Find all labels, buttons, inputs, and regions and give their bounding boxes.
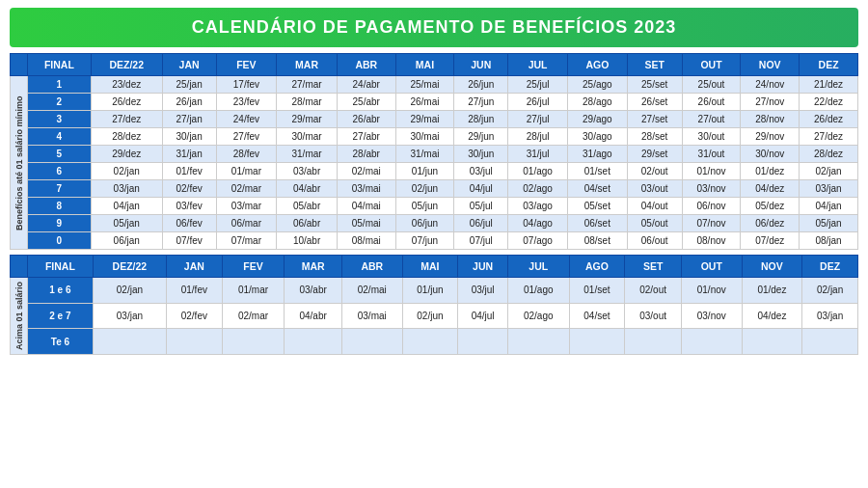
final-value: 8 [28, 198, 92, 215]
cell-dez22: 04/jan [91, 198, 162, 215]
cell-nov: 07/dez [741, 232, 800, 250]
cell-dez [802, 329, 858, 355]
cell-abr: 08/mai [337, 232, 395, 250]
cell-abr: 28/abr [337, 146, 395, 163]
cell-out: 06/nov [682, 198, 741, 215]
cell-fev: 02/mar [222, 303, 285, 329]
cell-jun: 26/jun [454, 76, 508, 94]
cell-mai: 26/mai [395, 94, 454, 111]
cell-jan: 02/fev [162, 180, 216, 198]
cell-dez: 26/dez [800, 111, 858, 128]
cell-nov: 04/dez [741, 180, 800, 198]
cell-out [681, 329, 742, 355]
cell-nov: 05/dez [741, 198, 800, 215]
cell-out: 30/out [682, 128, 741, 146]
cell-fev: 28/fev [216, 146, 277, 163]
cell-jan: 31/jan [162, 146, 216, 163]
cell-nov: 29/nov [741, 128, 800, 146]
cell-dez: 05/jan [800, 215, 858, 232]
cell-abr: 02/mai [337, 163, 395, 180]
s2-col-header-abr: ABR [341, 256, 402, 278]
table-row: 006/jan07/fev07/mar10/abr08/mai07/jun07/… [11, 232, 858, 250]
cell-mai: 06/jun [395, 215, 454, 232]
s2-col-header-fev: FEV [222, 256, 285, 278]
cell-ago: 04/set [567, 180, 627, 198]
cell-dez22: 05/jan [91, 215, 162, 232]
cell-dez: 21/dez [800, 76, 858, 94]
table-row: Te 6 [11, 329, 858, 355]
cell-abr: 24/abr [337, 76, 395, 94]
cell-mar: 03/abr [277, 163, 338, 180]
cell-jul: 28/jul [508, 128, 568, 146]
cell-jul: 04/ago [508, 215, 568, 232]
cell-dez22 [93, 329, 166, 355]
col-header-jan: JAN [162, 54, 216, 76]
table-row: 529/dez31/jan28/fev31/mar28/abr31/mai30/… [11, 146, 858, 163]
cell-set: 29/set [627, 146, 682, 163]
cell-mai: 02/jun [395, 180, 454, 198]
cell-mar: 31/mar [277, 146, 338, 163]
section2-label: Acima 01 salário [11, 278, 28, 355]
col-header-jun: JUN [454, 54, 508, 76]
s2-col-header-mai: MAI [402, 256, 458, 278]
page-title: CALENDÁRIO DE PAGAMENTO DE BENEFÍCIOS 20… [10, 17, 858, 38]
cell-mar: 30/mar [277, 128, 338, 146]
cell-jan: 01/fev [167, 278, 223, 304]
cell-nov: 30/nov [741, 146, 800, 163]
final-value: 7 [28, 180, 92, 198]
cell-jan: 26/jan [162, 94, 216, 111]
col-header-ago: AGO [567, 54, 627, 76]
cell-fev [222, 329, 285, 355]
cell-fev: 01/mar [216, 163, 277, 180]
cell-jun: 07/jul [454, 232, 508, 250]
cell-set: 06/out [627, 232, 682, 250]
cell-nov: 28/nov [741, 111, 800, 128]
cell-ago: 30/ago [567, 128, 627, 146]
cell-nov: 06/dez [741, 215, 800, 232]
cell-jun: 04/jul [458, 303, 508, 329]
cell-mar: 10/abr [277, 232, 338, 250]
s2-col-header-dez22: DEZ/22 [93, 256, 166, 278]
s2-col-header-jul: JUL [507, 256, 569, 278]
cell-ago: 05/set [567, 198, 627, 215]
cell-fev: 06/mar [216, 215, 277, 232]
cell-out: 31/out [682, 146, 741, 163]
cell-mai: 01/jun [402, 278, 458, 304]
cell-set: 02/out [627, 163, 682, 180]
cell-dez22: 02/jan [93, 278, 166, 304]
final-value: 4 [28, 128, 92, 146]
cell-jan: 27/jan [162, 111, 216, 128]
col-header-fev: FEV [216, 54, 277, 76]
cell-ago: 29/ago [567, 111, 627, 128]
cell-out: 01/nov [682, 163, 741, 180]
cell-jun: 27/jun [454, 94, 508, 111]
cell-jul: 02/ago [508, 180, 568, 198]
cell-dez22: 06/jan [91, 232, 162, 250]
cell-nov: 24/nov [741, 76, 800, 94]
cell-jun [458, 329, 508, 355]
cell-dez22: 23/dez [91, 76, 162, 94]
cell-dez: 27/dez [800, 128, 858, 146]
cell-jan: 30/jan [162, 128, 216, 146]
cell-fev: 24/fev [216, 111, 277, 128]
cell-jun: 03/jul [458, 278, 508, 304]
col-header-abr: ABR [337, 54, 395, 76]
s2-col-header-set: SET [625, 256, 682, 278]
cell-jul: 01/ago [507, 278, 569, 304]
cell-ago: 08/set [567, 232, 627, 250]
cell-jul: 27/jul [508, 111, 568, 128]
final-value: Te 6 [28, 329, 94, 355]
cell-out: 26/out [682, 94, 741, 111]
cell-jul [507, 329, 569, 355]
section1-label: Benefícios até 01 salário mínimo [11, 76, 28, 250]
cell-jul: 07/ago [508, 232, 568, 250]
cell-abr: 26/abr [337, 111, 395, 128]
table-row: Benefícios até 01 salário mínimo123/dez2… [11, 76, 858, 94]
cell-ago: 28/ago [567, 94, 627, 111]
cell-nov: 01/dez [741, 163, 800, 180]
cell-dez22: 29/dez [91, 146, 162, 163]
cell-out: 08/nov [682, 232, 741, 250]
cell-dez: 28/dez [800, 146, 858, 163]
cell-nov: 01/dez [742, 278, 802, 304]
cell-out: 01/nov [681, 278, 742, 304]
